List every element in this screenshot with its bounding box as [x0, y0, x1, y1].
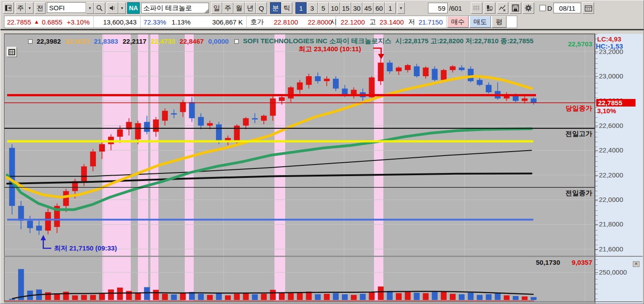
prev-symbol-button[interactable]: 전 [35, 2, 46, 14]
interval-button-8[interactable]: 1 [385, 2, 396, 14]
d-checkbox[interactable] [540, 5, 546, 11]
low-price: 21.7150 [419, 18, 443, 26]
symbol-dropdown-arrow-icon[interactable]: ▼ [86, 2, 94, 14]
up-arrow-icon: ▲ [34, 19, 39, 25]
sound-dropdown-arrow-icon[interactable]: ▼ [118, 2, 126, 14]
bid-price: 22.8000 [308, 18, 332, 26]
calendar-button[interactable] [582, 2, 594, 14]
title-checkbox[interactable] [234, 39, 239, 44]
ma-value-3: 22,2117 [123, 37, 146, 45]
current-price-badge: 22,7855 [596, 99, 636, 107]
hc-value: HC:-1,53 [596, 42, 623, 50]
grid-toggle-button[interactable] [7, 47, 17, 57]
ma-value-4: 22,4733 [151, 37, 175, 45]
interval-button-4[interactable]: 15 [340, 2, 351, 14]
price-axis-label-8: 21,6000 [599, 245, 623, 253]
save-chart-button[interactable] [510, 2, 521, 14]
hoga-label: 호가 [250, 18, 264, 26]
interval-button-0[interactable]: 1 [295, 2, 307, 14]
price-change: 0.6855 [42, 18, 62, 26]
pane-separator-2[interactable] [595, 301, 643, 302]
pane-separator[interactable] [595, 256, 643, 257]
high-annotation: 최고 23,1400 (10:11) [299, 45, 361, 53]
day-close-label: 당일종가 [565, 104, 592, 112]
compare-chart-button[interactable] [484, 2, 495, 14]
period-button-1[interactable]: 주 [222, 2, 233, 14]
price-axis-label-7: 21,8000 [599, 220, 623, 228]
crosshair-tool-button[interactable] [471, 2, 482, 14]
stock-name-field: 소파이 테크놀로 [141, 3, 209, 13]
price-axis-label-5: 22,2000 [599, 171, 623, 179]
sound-alert-button[interactable] [107, 2, 118, 14]
d-checkbox-label: D [547, 4, 552, 12]
volume-ma-value: 50,1730 [536, 259, 560, 266]
ma-value-6: 0,0000 [208, 37, 229, 45]
interval-button-group: 13510153045601 [295, 2, 396, 14]
price-axis-label-6: 22,0000 [599, 196, 623, 203]
low-annotation: 최저 21,7150 (09:33) [54, 244, 117, 252]
legend-checkbox[interactable] [28, 39, 33, 44]
stock-name-text: 소파이 테크놀로 [143, 4, 192, 12]
mode-button-0[interactable]: 분 [270, 2, 281, 14]
trendline-tool-button[interactable] [497, 2, 508, 14]
hoga-section: 호가 22.8100 22.8000 [247, 16, 336, 28]
volume-value: 13,600,343 [103, 18, 137, 26]
ma-value-1: 22,9023 [65, 37, 89, 45]
interval-button-5[interactable]: 30 [351, 2, 362, 14]
avg-button[interactable]: 평 [492, 16, 507, 28]
compare-candles-icon [486, 4, 494, 12]
open-label: 시 [330, 18, 337, 26]
fence-grid-icon [473, 4, 481, 12]
period-button-2[interactable]: 월 [233, 2, 245, 14]
axis-minor-ticks [595, 34, 598, 302]
date-input[interactable]: 08/11 [553, 3, 581, 13]
period-button-group: 일주월년Q [211, 2, 267, 14]
ma-value-0: 22,3982 [37, 37, 61, 45]
panel-toggle-button[interactable] [3, 2, 14, 14]
save-icon [512, 4, 519, 12]
period-button-3[interactable]: 년 [245, 2, 256, 14]
last-price: 22.7855 [7, 18, 31, 26]
interval-button-3[interactable]: 10 [329, 2, 340, 14]
speaker-icon [109, 4, 116, 12]
ma-values: 22,398222,902321,838322,211722,473322,84… [37, 37, 229, 45]
resize-grip-icon[interactable] [204, 9, 208, 13]
gear-icon [524, 4, 532, 12]
interval-button-6[interactable]: 45 [362, 2, 374, 14]
interval-button-1[interactable]: 3 [307, 2, 318, 14]
high-label: 고 [370, 18, 376, 26]
price-change-pct: +3.10% [67, 18, 90, 26]
price-axis-label-3: 22,6000 [599, 122, 623, 129]
period-button-4[interactable]: Q [256, 2, 267, 14]
close-pane-icon[interactable]: ✕ [633, 261, 640, 267]
open-price: 22.1200 [341, 18, 365, 26]
period-button-0[interactable]: 일 [211, 2, 222, 14]
ma-value-5: 22,8467 [179, 37, 204, 45]
trendline-icon [499, 4, 507, 12]
panel-toggle-icon [5, 5, 12, 11]
weekly-dropdown-arrow-icon[interactable]: ▼ [26, 2, 33, 14]
sell-button[interactable]: 매도 [469, 16, 491, 28]
bar-count-input[interactable]: 59 [428, 3, 448, 13]
price-change-section: 22.7855 ▲ 0.6855 +3.10% [4, 16, 94, 28]
interval-button-2[interactable]: 5 [318, 2, 329, 14]
symbol-input[interactable]: SOFI [47, 2, 86, 13]
grid-icon [8, 49, 15, 55]
prev-high-label: 전일고가 [565, 130, 592, 137]
ratio-section: 72.33% 1.13% [141, 16, 194, 28]
interval-dropdown-arrow-icon[interactable]: ▼ [397, 2, 405, 14]
price-volume-chart[interactable]: 최고 23,1400 (10:11)최저 21,7150 (09:33)22,5… [4, 31, 595, 304]
interval-button-7[interactable]: 60 [374, 2, 385, 14]
weekly-quick-button[interactable]: 주 [15, 2, 26, 14]
high-price: 23.1400 [380, 18, 404, 26]
chart-title: SOFI TECHNOLOGIES INC 소파이 테크놀로지스 [243, 37, 391, 45]
chart-settings-button[interactable] [523, 2, 534, 14]
price-axis-panel[interactable]: LC:4,93 HC:-1,53 23,200023,000022,800022… [595, 34, 643, 304]
buy-button[interactable]: 매수 [447, 16, 469, 28]
mode-button-1[interactable]: 틱 [281, 2, 292, 14]
calendar-icon [585, 5, 592, 12]
symbol-search-button[interactable] [94, 2, 105, 14]
search-icon [96, 4, 103, 12]
chart-area: 최고 23,1400 (10:11)최저 21,7150 (09:33)22,5… [0, 30, 644, 304]
chart-toolbar: 주 ▼ 전 SOFI ▼ ▼ NA 소파이 테크 [3, 1, 594, 15]
